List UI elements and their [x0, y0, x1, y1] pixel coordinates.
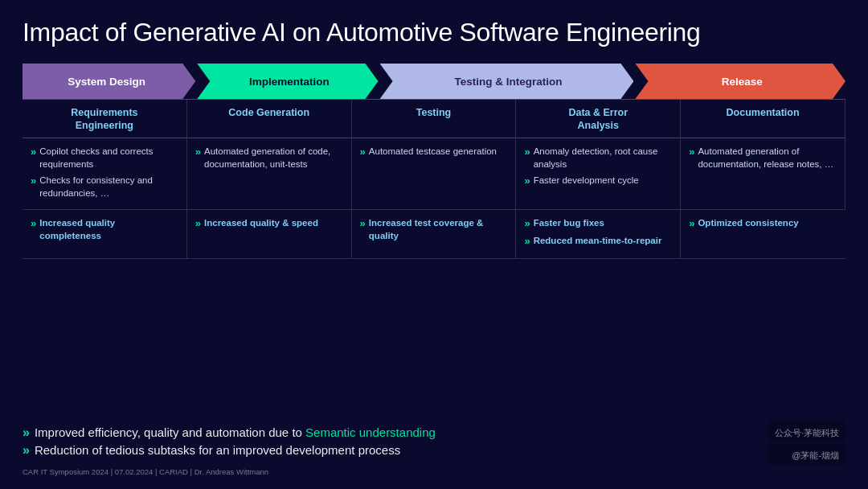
phase-release: Release: [635, 64, 845, 99]
col-header-requirements: RequirementsEngineering: [23, 100, 187, 138]
slide: Impact of Generative AI on Automotive So…: [0, 0, 868, 489]
phase-testing: Testing & Integration: [380, 64, 634, 99]
col-outcome-code: » Increased quality & speed: [187, 210, 352, 259]
phase-system-design: System Design: [23, 64, 195, 99]
summary-item-1: » Improved efficiency, quality and autom…: [23, 425, 845, 440]
col-outcome-testing: » Increased test coverage & quality: [352, 210, 517, 259]
footer-text: CAR IT Symposium 2024 | 07.02.2024 | CAR…: [23, 467, 268, 476]
col-details-testing: » Automated testcase generation: [352, 138, 517, 210]
watermark-line2: @茅能-烟烟: [792, 450, 839, 460]
summary-item-2: » Reduction of tedious subtasks for an i…: [23, 443, 845, 458]
col-details-docs: » Automated generation of documentation,…: [681, 138, 845, 210]
col-details-code: » Automated generation of code, document…: [187, 138, 352, 210]
table-grid: RequirementsEngineering Code Generation …: [23, 99, 845, 259]
col-header-docs: Documentation: [681, 100, 845, 138]
col-details-data: » Anomaly detection, root cause analysis…: [516, 138, 681, 210]
col-outcome-docs: » Optimized consistency: [681, 210, 845, 259]
footer: CAR IT Symposium 2024 | 07.02.2024 | CAR…: [23, 467, 845, 476]
col-header-code: Code Generation: [187, 100, 352, 138]
col-outcome-requirements: » Increased quality completeness: [23, 210, 187, 259]
col-outcome-data: » Faster bug fixes » Reduced mean-time-t…: [516, 210, 681, 259]
phases-row: System Design Implementation Testing & I…: [23, 64, 845, 99]
summary-section: » Improved efficiency, quality and autom…: [23, 421, 845, 461]
col-header-testing: Testing: [352, 100, 517, 138]
watermark: 公众号·茅能科技 @茅能-烟烟: [768, 421, 845, 466]
content-table: RequirementsEngineering Code Generation …: [23, 99, 845, 413]
slide-title: Impact of Generative AI on Automotive So…: [23, 18, 845, 47]
phase-implementation: Implementation: [197, 64, 378, 99]
col-header-data: Data & ErrorAnalysis: [516, 100, 681, 138]
col-details-requirements: » Copilot checks and corrects requiremen…: [23, 138, 187, 210]
watermark-line1: 公众号·茅能科技: [775, 428, 839, 438]
